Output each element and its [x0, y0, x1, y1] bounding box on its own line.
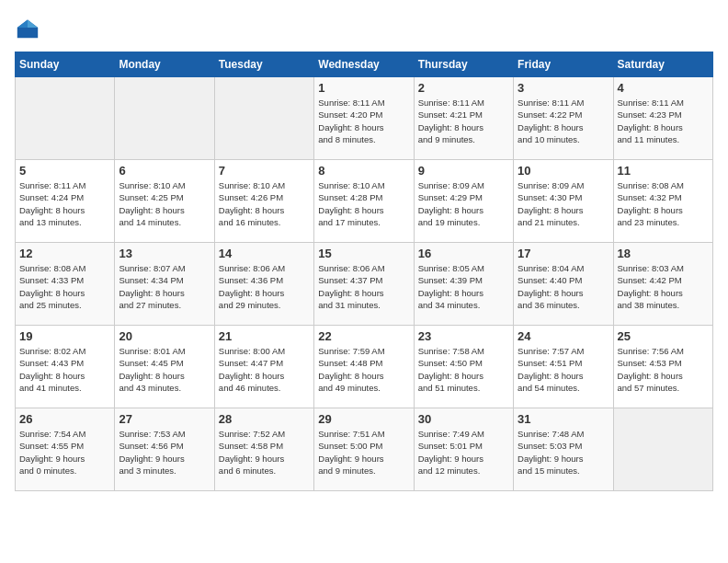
day-info: Sunrise: 7:49 AM Sunset: 5:01 PM Dayligh…: [418, 428, 509, 477]
day-info: Sunrise: 8:08 AM Sunset: 4:33 PM Dayligh…: [19, 262, 110, 311]
day-info: Sunrise: 8:11 AM Sunset: 4:20 PM Dayligh…: [318, 97, 409, 145]
day-info: Sunrise: 7:53 AM Sunset: 4:56 PM Dayligh…: [119, 428, 210, 477]
day-info: Sunrise: 8:03 AM Sunset: 4:42 PM Dayligh…: [618, 262, 709, 311]
calendar-cell: 6Sunrise: 8:10 AM Sunset: 4:25 PM Daylig…: [115, 160, 214, 243]
calendar-week-row: 26Sunrise: 7:54 AM Sunset: 4:55 PM Dayli…: [16, 408, 713, 491]
calendar-cell: 13Sunrise: 8:07 AM Sunset: 4:34 PM Dayli…: [115, 243, 214, 326]
day-number: 2: [418, 81, 509, 95]
day-info: Sunrise: 8:10 AM Sunset: 4:25 PM Dayligh…: [119, 179, 210, 228]
weekday-header-wednesday: Wednesday: [314, 52, 414, 77]
calendar-cell: 29Sunrise: 7:51 AM Sunset: 5:00 PM Dayli…: [314, 408, 414, 491]
day-info: Sunrise: 8:10 AM Sunset: 4:28 PM Dayligh…: [318, 179, 409, 228]
calendar-cell: 12Sunrise: 8:08 AM Sunset: 4:33 PM Dayli…: [16, 243, 115, 326]
day-number: 14: [219, 247, 310, 260]
day-info: Sunrise: 7:58 AM Sunset: 4:50 PM Dayligh…: [418, 345, 509, 394]
calendar-cell: 23Sunrise: 7:58 AM Sunset: 4:50 PM Dayli…: [414, 326, 513, 408]
day-number: 7: [219, 164, 310, 178]
calendar-week-row: 12Sunrise: 8:08 AM Sunset: 4:33 PM Dayli…: [16, 243, 713, 326]
day-info: Sunrise: 8:08 AM Sunset: 4:32 PM Dayligh…: [618, 179, 709, 228]
weekday-header-sunday: Sunday: [16, 52, 115, 77]
day-number: 22: [318, 329, 409, 343]
day-number: 21: [219, 329, 310, 343]
calendar-cell: 19Sunrise: 8:02 AM Sunset: 4:43 PM Dayli…: [16, 326, 115, 408]
day-number: 11: [618, 164, 709, 178]
day-info: Sunrise: 8:06 AM Sunset: 4:36 PM Dayligh…: [219, 262, 310, 311]
day-info: Sunrise: 8:01 AM Sunset: 4:45 PM Dayligh…: [119, 345, 210, 394]
calendar-cell: 8Sunrise: 8:10 AM Sunset: 4:28 PM Daylig…: [314, 160, 414, 243]
calendar-cell: [214, 77, 313, 160]
calendar-cell: 5Sunrise: 8:11 AM Sunset: 4:24 PM Daylig…: [16, 160, 115, 243]
day-info: Sunrise: 7:54 AM Sunset: 4:55 PM Dayligh…: [19, 428, 110, 477]
calendar-cell: 1Sunrise: 8:11 AM Sunset: 4:20 PM Daylig…: [314, 77, 414, 160]
day-info: Sunrise: 8:10 AM Sunset: 4:26 PM Dayligh…: [219, 179, 310, 228]
day-info: Sunrise: 8:05 AM Sunset: 4:39 PM Dayligh…: [418, 262, 509, 311]
calendar-cell: 16Sunrise: 8:05 AM Sunset: 4:39 PM Dayli…: [414, 243, 513, 326]
day-number: 20: [119, 329, 210, 343]
day-info: Sunrise: 8:04 AM Sunset: 4:40 PM Dayligh…: [518, 262, 609, 311]
weekday-header-saturday: Saturday: [613, 52, 712, 77]
day-number: 18: [618, 247, 709, 260]
day-number: 10: [518, 164, 609, 178]
calendar-cell: 27Sunrise: 7:53 AM Sunset: 4:56 PM Dayli…: [115, 408, 214, 491]
weekday-header-friday: Friday: [514, 52, 613, 77]
calendar-cell: 24Sunrise: 7:57 AM Sunset: 4:51 PM Dayli…: [514, 326, 613, 408]
day-number: 3: [518, 81, 609, 95]
day-number: 31: [518, 412, 609, 426]
calendar-week-row: 19Sunrise: 8:02 AM Sunset: 4:43 PM Dayli…: [16, 326, 713, 408]
calendar-cell: 17Sunrise: 8:04 AM Sunset: 4:40 PM Dayli…: [514, 243, 613, 326]
weekday-header-thursday: Thursday: [414, 52, 513, 77]
calendar-cell: 28Sunrise: 7:52 AM Sunset: 4:58 PM Dayli…: [214, 408, 313, 491]
calendar-cell: 3Sunrise: 8:11 AM Sunset: 4:22 PM Daylig…: [514, 77, 613, 160]
page-header: [15, 15, 713, 40]
day-number: 29: [318, 412, 409, 426]
logo: [15, 15, 44, 40]
calendar-cell: 26Sunrise: 7:54 AM Sunset: 4:55 PM Dayli…: [16, 408, 115, 491]
day-number: 19: [19, 329, 110, 343]
day-info: Sunrise: 8:09 AM Sunset: 4:29 PM Dayligh…: [418, 179, 509, 228]
day-info: Sunrise: 8:11 AM Sunset: 4:24 PM Dayligh…: [19, 179, 110, 228]
day-info: Sunrise: 7:59 AM Sunset: 4:48 PM Dayligh…: [318, 345, 409, 394]
day-number: 1: [318, 81, 409, 95]
day-info: Sunrise: 8:11 AM Sunset: 4:22 PM Dayligh…: [518, 97, 609, 145]
day-number: 8: [318, 164, 409, 178]
day-info: Sunrise: 7:52 AM Sunset: 4:58 PM Dayligh…: [219, 428, 310, 477]
calendar-cell: 18Sunrise: 8:03 AM Sunset: 4:42 PM Dayli…: [613, 243, 712, 326]
calendar-cell: 7Sunrise: 8:10 AM Sunset: 4:26 PM Daylig…: [214, 160, 313, 243]
day-info: Sunrise: 8:11 AM Sunset: 4:23 PM Dayligh…: [618, 97, 709, 145]
calendar-cell: [613, 408, 712, 491]
calendar-cell: 4Sunrise: 8:11 AM Sunset: 4:23 PM Daylig…: [613, 77, 712, 160]
day-number: 6: [119, 164, 210, 178]
day-number: 25: [618, 329, 709, 343]
day-number: 28: [219, 412, 310, 426]
calendar-cell: 31Sunrise: 7:48 AM Sunset: 5:03 PM Dayli…: [514, 408, 613, 491]
weekday-header-tuesday: Tuesday: [214, 52, 313, 77]
day-number: 26: [19, 412, 110, 426]
day-number: 5: [19, 164, 110, 178]
calendar-cell: 15Sunrise: 8:06 AM Sunset: 4:37 PM Dayli…: [314, 243, 414, 326]
calendar-cell: 20Sunrise: 8:01 AM Sunset: 4:45 PM Dayli…: [115, 326, 214, 408]
calendar-cell: 22Sunrise: 7:59 AM Sunset: 4:48 PM Dayli…: [314, 326, 414, 408]
calendar-cell: 21Sunrise: 8:00 AM Sunset: 4:47 PM Dayli…: [214, 326, 313, 408]
day-number: 23: [418, 329, 509, 343]
weekday-header-row: SundayMondayTuesdayWednesdayThursdayFrid…: [16, 52, 713, 77]
calendar-cell: [115, 77, 214, 160]
calendar-cell: 2Sunrise: 8:11 AM Sunset: 4:21 PM Daylig…: [414, 77, 513, 160]
calendar-cell: [16, 77, 115, 160]
day-number: 9: [418, 164, 509, 178]
day-info: Sunrise: 8:11 AM Sunset: 4:21 PM Dayligh…: [418, 97, 509, 145]
day-number: 17: [518, 247, 609, 260]
day-info: Sunrise: 8:00 AM Sunset: 4:47 PM Dayligh…: [219, 345, 310, 394]
calendar-table: SundayMondayTuesdayWednesdayThursdayFrid…: [15, 52, 713, 491]
day-number: 30: [418, 412, 509, 426]
day-number: 27: [119, 412, 210, 426]
calendar-week-row: 1Sunrise: 8:11 AM Sunset: 4:20 PM Daylig…: [16, 77, 713, 160]
calendar-cell: 9Sunrise: 8:09 AM Sunset: 4:29 PM Daylig…: [414, 160, 513, 243]
day-number: 4: [618, 81, 709, 95]
day-info: Sunrise: 7:51 AM Sunset: 5:00 PM Dayligh…: [318, 428, 409, 477]
weekday-header-monday: Monday: [115, 52, 214, 77]
day-info: Sunrise: 8:06 AM Sunset: 4:37 PM Dayligh…: [318, 262, 409, 311]
day-info: Sunrise: 7:57 AM Sunset: 4:51 PM Dayligh…: [518, 345, 609, 394]
calendar-cell: 25Sunrise: 7:56 AM Sunset: 4:53 PM Dayli…: [613, 326, 712, 408]
day-number: 13: [119, 247, 210, 260]
day-info: Sunrise: 8:07 AM Sunset: 4:34 PM Dayligh…: [119, 262, 210, 311]
